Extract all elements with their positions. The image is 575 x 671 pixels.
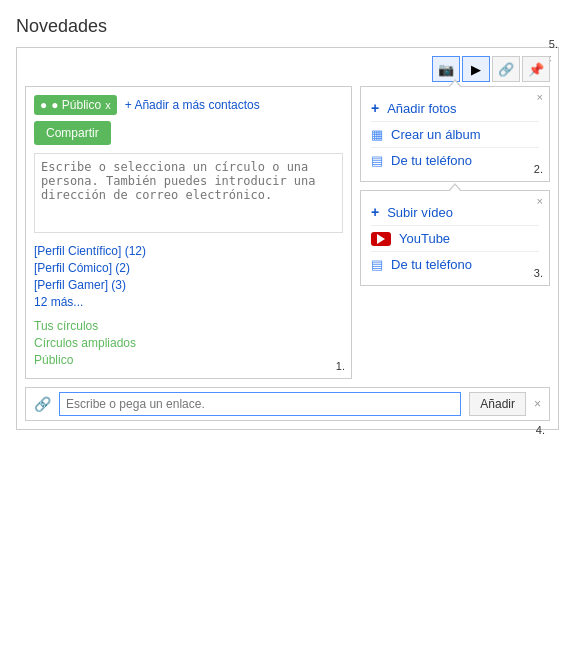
- link-icon-tb: 🔗: [498, 62, 514, 77]
- add-link-button[interactable]: 🔗: [492, 56, 520, 82]
- add-contacts-link[interactable]: + Añadir a más contactos: [125, 98, 260, 112]
- label-5: 5.: [549, 38, 558, 50]
- add-photos-label: Añadir fotos: [387, 101, 456, 116]
- camera-icon: 📷: [438, 62, 454, 77]
- more-circles-link[interactable]: 12 más...: [34, 295, 343, 309]
- video-panel-close-icon[interactable]: ×: [537, 195, 543, 207]
- video-icon: ▶: [471, 62, 481, 77]
- circles-list: [Perfil Científico] (12) [Perfil Cómico]…: [34, 244, 343, 292]
- label-4: 4.: [536, 424, 545, 436]
- plus-icon-video: +: [371, 204, 379, 220]
- circle-label-1: [Perfil Cómico] (2): [34, 261, 130, 275]
- photo-panel-label: 2.: [534, 163, 543, 175]
- content-area: 1. ● ● Público x + Añadir a más contacto…: [25, 86, 550, 379]
- group-publico[interactable]: Público: [34, 353, 343, 367]
- photo-panel-arrow-inner: [449, 81, 461, 88]
- add-video-button[interactable]: ▶: [462, 56, 490, 82]
- create-album-label: Crear un álbum: [391, 127, 481, 142]
- link-input[interactable]: [59, 392, 461, 416]
- group-circulos-ampliados[interactable]: Círculos ampliados: [34, 336, 343, 350]
- upload-video-item[interactable]: + Subir vídeo: [371, 199, 539, 226]
- groups-list: Tus círculos Círculos ampliados Público: [34, 319, 343, 367]
- circles-input[interactable]: [34, 153, 343, 233]
- photo-panel: × 2. + Añadir fotos ▦ Crear un álbum ▤ D…: [360, 86, 550, 182]
- main-box: × 5. 📷 ▶ 🔗 📌 1.: [16, 47, 559, 430]
- plus-icon-photos: +: [371, 100, 379, 116]
- group-tus-circulos[interactable]: Tus círculos: [34, 319, 343, 333]
- left-panel: 1. ● ● Público x + Añadir a más contacto…: [25, 86, 352, 379]
- add-photos-item[interactable]: + Añadir fotos: [371, 95, 539, 122]
- photo-panel-close-icon[interactable]: ×: [537, 91, 543, 103]
- youtube-label: YouTube: [399, 231, 450, 246]
- link-bar-close-icon[interactable]: ×: [534, 397, 541, 411]
- video-panel-label: 3.: [534, 267, 543, 279]
- link-bar: 🔗 Añadir × 4.: [25, 387, 550, 421]
- add-link-btn[interactable]: Añadir: [469, 392, 526, 416]
- circle-item-comic[interactable]: [Perfil Cómico] (2): [34, 261, 343, 275]
- video-panel-arrow-inner: [449, 185, 461, 192]
- right-panels: × 2. + Añadir fotos ▦ Crear un álbum ▤ D…: [360, 86, 550, 379]
- from-phone-photo-item[interactable]: ▤ De tu teléfono: [371, 148, 539, 173]
- public-label: ● Público: [51, 98, 101, 112]
- from-phone-video-label: De tu teléfono: [391, 257, 472, 272]
- public-badge[interactable]: ● ● Público x: [34, 95, 117, 115]
- link-bar-icon: 🔗: [34, 396, 51, 412]
- page-title: Novedades: [16, 16, 559, 37]
- upload-video-label: Subir vídeo: [387, 205, 453, 220]
- pin-icon: 📌: [528, 62, 544, 77]
- phone-icon-video: ▤: [371, 257, 383, 272]
- video-panel: × 3. + Subir vídeo YouTube ▤ De tu teléf…: [360, 190, 550, 286]
- phone-icon-photos: ▤: [371, 153, 383, 168]
- toolbar-row: 5. 📷 ▶ 🔗 📌: [25, 56, 550, 82]
- public-icon: ●: [40, 98, 47, 112]
- share-button[interactable]: Compartir: [34, 121, 111, 145]
- from-phone-photo-label: De tu teléfono: [391, 153, 472, 168]
- add-location-button[interactable]: 📌: [522, 56, 550, 82]
- circle-item-scientific[interactable]: [Perfil Científico] (12): [34, 244, 343, 258]
- label-1: 1.: [336, 360, 345, 372]
- from-phone-video-item[interactable]: ▤ De tu teléfono: [371, 252, 539, 277]
- audience-row: ● ● Público x + Añadir a más contactos: [34, 95, 343, 115]
- youtube-icon: [371, 232, 391, 246]
- circle-item-gamer[interactable]: [Perfil Gamer] (3): [34, 278, 343, 292]
- create-album-item[interactable]: ▦ Crear un álbum: [371, 122, 539, 148]
- album-icon: ▦: [371, 127, 383, 142]
- youtube-item[interactable]: YouTube: [371, 226, 539, 252]
- public-remove-icon[interactable]: x: [105, 99, 111, 111]
- circle-label-0: [Perfil Científico] (12): [34, 244, 146, 258]
- circle-label-2: [Perfil Gamer] (3): [34, 278, 126, 292]
